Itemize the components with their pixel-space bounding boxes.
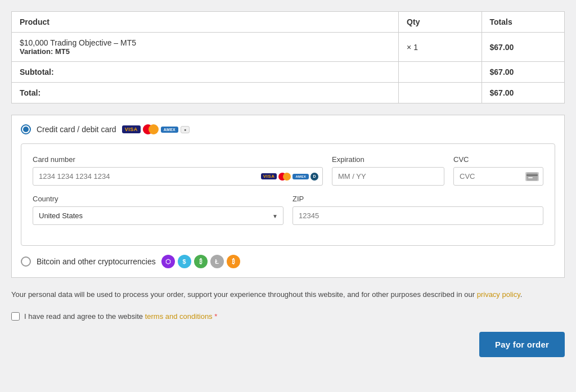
expiration-label: Expiration [332,155,444,164]
svg-rect-1 [526,174,538,176]
required-star: * [213,312,218,321]
pay-button-wrapper: Pay for order [11,332,565,357]
zip-label: ZIP [292,195,543,203]
expiration-group: Expiration [332,155,444,186]
privacy-notice: Your personal data will be used to proce… [11,289,565,301]
visa-icon: VISA [122,125,141,133]
svg-rect-0 [526,173,538,181]
card-number-wrapper: VISA AMEX D [33,167,323,186]
subtotal-value: $67.00 [482,62,564,83]
bitcoin-option[interactable]: Bitcoin and other cryptocurrencies ⬡ $ ₿… [21,246,555,268]
card-icons-group: VISA AMEX ● [122,124,190,134]
table-row: $10,000 Trading Objective – MT5 Variatio… [12,33,565,62]
country-label: Country [33,195,284,203]
crypto-icon-4: Ł [210,255,224,268]
country-select-wrapper: United States United Kingdom Canada Aust… [33,206,284,225]
total-row: Total: $67.00 [12,83,565,103]
subtotal-label: Subtotal: [12,62,399,83]
inline-diners-icon: D [310,173,318,181]
total-label: Total: [12,83,399,103]
crypto-icon-3: ₿ [194,255,208,268]
inline-mastercard-icon [278,173,291,181]
bitcoin-label: Bitcoin and other cryptocurrencies [37,257,156,266]
card-number-row: Card number VISA AMEX D [33,155,543,186]
card-number-group: Card number VISA AMEX D [33,155,323,186]
crypto-icon-1: ⬡ [161,255,175,268]
total-value: $67.00 [482,83,564,103]
terms-link[interactable]: terms and conditions [145,312,213,321]
total-cell: $67.00 [482,33,564,62]
crypto-icon-2: $ [178,255,191,268]
product-variation: Variation: MT5 [20,47,390,56]
expiration-input[interactable] [332,167,444,186]
diners-icon: ● [181,126,190,133]
product-cell: $10,000 Trading Objective – MT5 Variatio… [12,33,399,62]
terms-text: I have read and agree to the website ter… [24,312,217,321]
zip-group: ZIP [292,195,543,225]
amex-icon: AMEX [161,127,178,133]
credit-card-option[interactable]: Credit card / debit card VISA AMEX ● [21,124,555,134]
inline-amex-icon: AMEX [292,174,309,179]
terms-checkbox[interactable] [11,312,20,321]
privacy-period: . [520,290,523,299]
crypto-icons-group: ⬡ $ ₿ Ł ₿ [161,255,240,268]
credit-card-radio[interactable] [21,124,31,134]
privacy-policy-link[interactable]: privacy policy [477,290,520,299]
inline-visa-icon: VISA [261,173,277,179]
inline-card-icons: VISA AMEX D [261,173,318,181]
credit-card-label: Credit card / debit card [37,125,116,134]
country-select[interactable]: United States United Kingdom Canada Aust… [33,206,284,225]
country-zip-row: Country United States United Kingdom Can… [33,195,543,225]
product-name: $10,000 Trading Objective – MT5 [20,38,390,47]
cvc-card-icon [525,172,539,181]
cvc-wrapper [453,167,543,186]
zip-input[interactable] [292,206,543,225]
product-header: Product [12,12,399,33]
totals-header: Totals [482,12,564,33]
subtotal-row: Subtotal: $67.00 [12,62,565,83]
qty-header: Qty [399,12,482,33]
card-form: Card number VISA AMEX D [21,143,555,246]
crypto-icon-5: ₿ [227,255,240,268]
checkout-container: Product Qty Totals $10,000 Trading Objec… [11,11,565,357]
mastercard-icon [143,124,159,134]
svg-rect-2 [528,177,533,178]
payment-section: Credit card / debit card VISA AMEX ● Car… [11,115,565,278]
privacy-text: Your personal data will be used to proce… [11,290,477,299]
order-table: Product Qty Totals $10,000 Trading Objec… [11,11,565,103]
terms-row: I have read and agree to the website ter… [11,312,565,321]
qty-cell: × 1 [399,33,482,62]
pay-order-button[interactable]: Pay for order [479,332,565,357]
bitcoin-radio[interactable] [21,256,31,267]
country-group: Country United States United Kingdom Can… [33,195,284,225]
cvc-group: CVC [453,155,543,186]
card-number-label: Card number [33,155,323,164]
cvc-label: CVC [453,155,543,164]
